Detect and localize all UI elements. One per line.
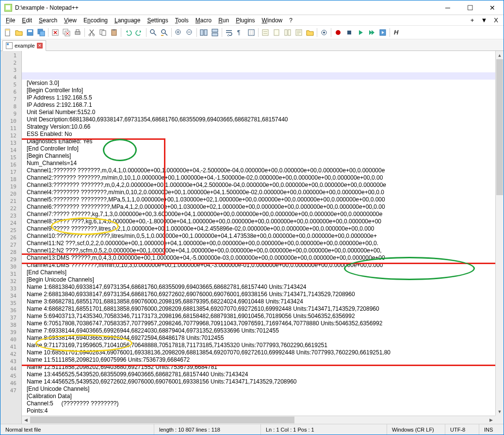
code-line[interactable]: Strategy Version:10.0.66 xyxy=(22,123,495,131)
language-button[interactable] xyxy=(260,27,271,38)
minimize-button[interactable]: ─ xyxy=(437,0,459,15)
code-line[interactable]: Name 9:71173169,71959605,71041056,706488… xyxy=(22,342,495,349)
play-macro-button[interactable] xyxy=(355,27,366,38)
close-button[interactable]: ✕ xyxy=(481,0,504,15)
monitor-button[interactable] xyxy=(319,27,329,38)
code-line[interactable]: Name 3:68682781,68551701,68813858,690760… xyxy=(22,298,495,305)
close-file-button[interactable] xyxy=(50,27,61,38)
code-line[interactable]: [Calibration Data] xyxy=(22,393,495,400)
status-mode[interactable]: INS xyxy=(479,424,504,435)
code-line[interactable]: Channel1:??????? ???????,m,0,4,1,0.00000… xyxy=(22,167,495,174)
menu-file[interactable]: File xyxy=(2,16,18,25)
copy-button[interactable] xyxy=(98,27,108,38)
code-line[interactable]: Channel2:??????? ???????,m/min,0,10,1,0.… xyxy=(22,174,495,182)
code-line[interactable]: [End Channels] xyxy=(22,269,495,276)
code-line[interactable]: [Version 3.0] xyxy=(22,80,495,87)
indent-guide-button[interactable] xyxy=(246,27,257,38)
code-line[interactable]: Channel13:DMS ??????,m,0,4,3,0.000000e+0… xyxy=(22,254,495,262)
maximize-button[interactable]: ☐ xyxy=(459,0,481,15)
tab-example[interactable]: example ✕ xyxy=(2,40,46,51)
code-line[interactable]: Diagnostics Enabled: Yes xyxy=(22,138,495,145)
menubar-plus-button[interactable]: + xyxy=(467,16,478,25)
menu-?[interactable]: ? xyxy=(286,16,296,25)
status-encoding[interactable]: UTF-8 xyxy=(445,424,479,435)
menubar-dropdown-button[interactable]: ▼ xyxy=(477,16,490,25)
zoom-out-button[interactable] xyxy=(184,27,195,38)
code-line[interactable]: [End Controller Info] xyxy=(22,145,495,152)
zoom-in-button[interactable] xyxy=(173,27,184,38)
replace-button[interactable] xyxy=(159,27,170,38)
horizontal-scrollbar[interactable]: ◀ ▶ xyxy=(22,416,495,424)
code-line[interactable]: Channel6:???????? ?????????,MPa,4,1,2,0.… xyxy=(22,203,495,211)
paste-button[interactable] xyxy=(109,27,119,38)
menu-settings[interactable]: Settings xyxy=(144,16,171,25)
sync-h-button[interactable] xyxy=(210,27,220,38)
vertical-scrollbar[interactable]: ▲ ▼ xyxy=(495,51,504,416)
show-all-chars-button[interactable]: ¶ xyxy=(235,27,245,38)
menu-edit[interactable]: Edit xyxy=(18,16,35,25)
horizontal-scrollbar-thumb[interactable] xyxy=(30,417,294,423)
code-line[interactable]: Channel:5 (???????? ????????) xyxy=(22,400,495,407)
close-all-button[interactable] xyxy=(61,27,72,38)
code-line[interactable]: Name 1:68813840,69338147,69731354,686817… xyxy=(22,284,495,291)
code-line[interactable]: Channel3:???????? ???????,m,0,4,2,0.0000… xyxy=(22,182,495,189)
undo-button[interactable] xyxy=(123,27,133,38)
code-line[interactable]: Unit Description:68813840,69338147,69731… xyxy=(22,116,495,123)
menu-view[interactable]: View xyxy=(61,16,80,25)
code-line[interactable]: Name 5:69403713,71435340,70583346,711731… xyxy=(22,313,495,320)
code-line[interactable]: IP Address 1:192.168.5.5 xyxy=(22,94,495,101)
play-multi-button[interactable] xyxy=(366,27,377,38)
save-all-button[interactable] xyxy=(36,27,47,38)
code-line[interactable]: Name 11:5111858,2098210,69075996 Units:7… xyxy=(22,356,495,364)
code-line[interactable]: Name 7:69338144,69403665,69926944,682240… xyxy=(22,327,495,335)
code-line[interactable]: [Begin Channels] xyxy=(22,152,495,160)
doc-list-button[interactable] xyxy=(282,27,293,38)
stop-macro-button[interactable] xyxy=(344,27,355,38)
menu-tools[interactable]: Tools xyxy=(172,16,192,25)
redo-button[interactable] xyxy=(134,27,145,38)
new-file-button[interactable] xyxy=(2,27,13,38)
code-area[interactable]: [Version 3.0][Begin Controller Info]IP A… xyxy=(22,51,495,416)
menu-language[interactable]: Language xyxy=(111,16,144,25)
menu-macro[interactable]: Macro xyxy=(192,16,215,25)
code-line[interactable]: IP Address 2:192.168.7.1 xyxy=(22,101,495,109)
func-list-button[interactable] xyxy=(293,27,304,38)
code-line[interactable]: Name 8:69338144,69403665,69926944,692725… xyxy=(22,335,495,342)
code-line[interactable]: Channel12:N2 ????,scfm,0,5,2,0.000000e+0… xyxy=(22,247,495,254)
tab-close-icon[interactable]: ✕ xyxy=(37,43,43,49)
code-line[interactable]: ESS Enabled: No xyxy=(22,131,495,138)
print-button[interactable] xyxy=(72,27,83,38)
cut-button[interactable] xyxy=(86,27,97,38)
record-macro-button[interactable] xyxy=(333,27,343,38)
code-line[interactable]: [Begin Controller Info] xyxy=(22,87,495,94)
menu-plugins[interactable]: Plugins xyxy=(232,16,258,25)
find-button[interactable] xyxy=(148,27,159,38)
doc-map-button[interactable] xyxy=(271,27,282,38)
code-line[interactable]: Name 13:4456525,5439520,68355099,6940366… xyxy=(22,371,495,378)
wordwrap-button[interactable] xyxy=(224,27,234,38)
status-eol[interactable]: Windows (CR LF) xyxy=(387,424,445,435)
save-macro-button[interactable] xyxy=(377,27,388,38)
code-line[interactable]: Channel7:????? ??????,kg,7,1,3,0.000000e… xyxy=(22,211,495,218)
code-line[interactable]: Channel9:????? ????????,litres,0,2,1,0.0… xyxy=(22,225,495,233)
code-line[interactable]: Channel10:???????? ????????,litres/min,0… xyxy=(22,233,495,240)
open-file-button[interactable] xyxy=(14,27,24,38)
code-line[interactable]: Num_Channels=14 xyxy=(22,160,495,167)
code-line[interactable]: Name 10:68551701,69402634,69076001,69338… xyxy=(22,349,495,356)
code-line[interactable]: Channel4:???????? ????????,m/min,0,10,2,… xyxy=(22,189,495,196)
folder-button[interactable] xyxy=(305,27,315,38)
h-button[interactable]: H xyxy=(391,27,402,38)
code-line[interactable]: [End Unicode Channels] xyxy=(22,385,495,393)
code-line[interactable] xyxy=(22,72,495,80)
menu-encoding[interactable]: Encoding xyxy=(80,16,111,25)
code-line[interactable]: Name 4:68682781,68551701,68813858,690760… xyxy=(22,305,495,313)
code-line[interactable]: Channel11:N2 ???,scf,0,2,2,0.000000e+00,… xyxy=(22,240,495,247)
code-line[interactable]: [Begin Unicode Channels] xyxy=(22,276,495,284)
code-line[interactable]: Name 6:70517808,70386747,70583357,707799… xyxy=(22,320,495,327)
menubar-x-button[interactable]: X xyxy=(490,16,502,25)
menu-search[interactable]: Search xyxy=(35,16,61,25)
menu-window[interactable]: Window xyxy=(259,16,286,25)
code-line[interactable]: Name 14:4456525,5439520,69272602,6907600… xyxy=(22,378,495,385)
code-line[interactable]: Channel5:???????? ????????,MPa,5,1,1,0.0… xyxy=(22,196,495,203)
code-line[interactable]: Channel8:????? ????,kg,6,1,4,0.000000e+0… xyxy=(22,218,495,225)
